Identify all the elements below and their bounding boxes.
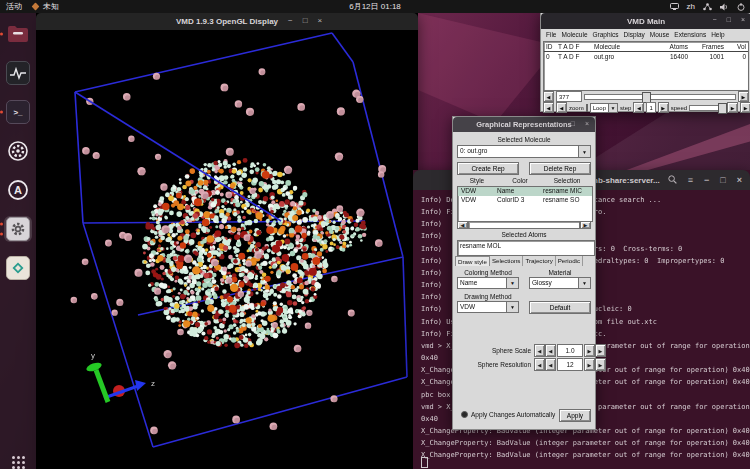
col-flags: T A D F [558,43,594,50]
tab-trajectory[interactable]: Trajectory [523,256,555,266]
radio-icon[interactable] [461,411,468,418]
power-icon[interactable] [737,3,745,11]
tab-selections[interactable]: Selections [490,256,524,266]
jump-end-icon[interactable]: ▶ [738,91,749,102]
menu-item[interactable]: File [546,31,556,38]
dock-item-files[interactable] [4,21,32,47]
apply-button[interactable]: Apply [559,409,591,422]
speed-slider[interactable] [689,105,725,111]
menu-icon[interactable]: ≡ [688,175,693,185]
dock-item-settings[interactable] [4,216,32,242]
decrement-icon[interactable]: ◀ [545,358,556,371]
activities-button[interactable]: 活动 [6,1,22,12]
tab-periodic[interactable]: Periodic [556,256,583,266]
step-forward-icon[interactable]: ▶ [727,102,738,113]
opengl-viewport[interactable] [36,30,418,469]
scroll-right-icon[interactable]: ▶ [580,221,591,229]
volume-icon[interactable] [720,3,729,11]
rep-row[interactable]: VDW ColorID 3 resname SO [458,196,592,205]
decrement-icon[interactable]: ◀ [534,358,545,371]
menu-item[interactable]: Extensions [674,31,706,38]
molecule-list[interactable]: ID T A D F Molecule Atoms Frames Vol 0 T… [543,41,749,91]
chevron-down-icon[interactable]: ▼ [579,145,591,158]
menu-item[interactable]: Display [624,31,645,38]
maximize-icon[interactable]: □ [303,17,308,25]
tab-draw-style[interactable]: Draw style [455,256,490,266]
maximize-icon[interactable]: □ [727,16,731,23]
vmd-main-title-bar[interactable]: VMD Main − □ × [541,13,750,29]
jump-start-icon[interactable]: ◀ [543,91,554,102]
scrollbar-track[interactable] [468,221,580,229]
current-frame-field[interactable]: 377 [556,91,582,102]
close-icon[interactable]: × [318,17,323,25]
create-rep-button[interactable]: Create Rep [457,162,519,175]
gear-circle-icon [7,140,29,162]
minimize-icon[interactable]: − [288,17,293,25]
chevron-down-icon[interactable]: ▼ [507,277,519,289]
increment-icon[interactable]: ▶ [584,344,595,357]
cell-flags[interactable]: T A D F [558,53,594,60]
delete-rep-button[interactable]: Delete Rep [529,162,591,175]
play-icon[interactable]: ▶ [740,102,750,113]
drawing-method-dropdown[interactable]: VDW ▼ [457,301,519,313]
chevron-down-icon[interactable]: ▼ [507,301,519,313]
dock-item-terminal[interactable]: >_ [4,99,32,125]
input-method-indicator[interactable]: zh [687,2,695,11]
close-icon[interactable]: × [737,175,742,185]
material-dropdown[interactable]: Glossy ▼ [529,277,591,289]
step-increment-icon[interactable]: ▶ [658,102,669,113]
chevron-down-icon[interactable]: ▼ [609,103,618,113]
dock-item-show-apps[interactable] [0,456,36,469]
frame-slider-handle[interactable] [642,92,651,103]
increment-icon[interactable]: ▶ [584,358,595,371]
minimize-icon[interactable]: − [704,175,709,185]
frame-slider[interactable] [584,94,736,100]
terminal-icon: >_ [6,100,30,124]
decrement-icon[interactable]: ◀ [545,344,556,357]
display-icon[interactable] [670,3,679,10]
rep-list-hscrollbar[interactable]: ◀ ▶ [457,221,591,229]
scroll-left-icon[interactable]: ◀ [457,221,468,229]
coloring-method-dropdown[interactable]: Name ▼ [457,277,519,289]
close-icon[interactable]: × [741,16,745,23]
menu-item[interactable]: Molecule [561,31,587,38]
chevron-down-icon[interactable]: ▼ [579,277,591,289]
rep-row-selected[interactable]: VDW Name resname MIC [458,187,592,196]
dock-item-gear-utility[interactable] [4,138,32,164]
reverse-icon[interactable]: ◀ [543,102,554,113]
minimize-icon[interactable]: − [557,120,561,127]
menu-item[interactable]: Mouse [650,31,670,38]
maximize-icon[interactable]: □ [571,120,575,127]
menu-item[interactable]: Help [711,31,724,38]
svg-text:A: A [14,184,22,196]
focused-app-menu[interactable]: 未知 [32,1,59,12]
step-value-field[interactable]: 1 [646,102,655,113]
loop-dropdown[interactable]: Loop ▼ [590,103,618,113]
dock-item-system-monitor[interactable] [4,60,32,86]
decrement-icon[interactable]: ◀ [534,344,545,357]
speed-slider-handle[interactable] [718,103,727,114]
sphere-resolution-value[interactable]: 12 [557,358,583,371]
minimize-icon[interactable]: − [713,16,717,23]
default-button[interactable]: Default [529,301,591,314]
network-icon[interactable] [703,3,712,11]
increment-icon[interactable]: ▶ [595,358,606,371]
clock[interactable]: 6月12日 01:18 [349,1,401,12]
sphere-scale-value[interactable]: 1.0 [557,344,583,357]
opengl-title-bar[interactable]: VMD 1.9.3 OpenGL Display − □ × [36,13,418,30]
molecule-row[interactable]: 0 T A D F out.gro 16400 1001 0 [544,52,748,61]
close-icon[interactable]: × [585,120,589,127]
selected-molecule-dropdown[interactable]: 0: out.gro ▼ [457,145,591,158]
step-decrement-icon[interactable]: ◀ [633,102,644,113]
dock-item-software[interactable] [4,255,32,281]
search-icon[interactable] [668,175,677,186]
maximize-icon[interactable]: □ [720,175,725,185]
grap-title-bar[interactable]: Graphical Representations − □ × [453,117,595,132]
apply-auto-toggle[interactable]: Apply Changes Automatically [461,411,555,418]
selected-atoms-input[interactable]: resname MOL [457,240,595,256]
step-back-icon[interactable]: ◀ [556,102,567,113]
dock-item-app-a[interactable]: A [4,177,32,203]
increment-icon[interactable]: ▶ [595,344,606,357]
zoom-checkbox[interactable] [586,104,588,112]
menu-item[interactable]: Graphics [593,31,619,38]
